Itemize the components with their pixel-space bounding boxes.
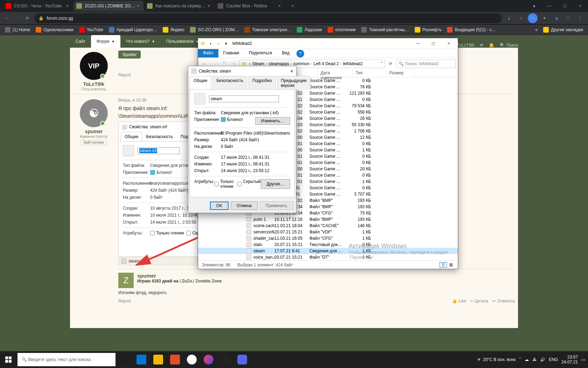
filename-input[interactable] bbox=[209, 95, 279, 102]
bookmark[interactable]: Яндекс bbox=[161, 26, 187, 34]
tab[interactable]: Общие bbox=[190, 76, 211, 90]
onedrive-icon[interactable]: ☁ bbox=[525, 357, 529, 362]
bookmarks-overflow[interactable]: » bbox=[533, 27, 540, 32]
bookmark[interactable]: Одноклассники bbox=[34, 26, 76, 34]
address-input[interactable]: 🔒 forum.zozo.gg bbox=[34, 13, 502, 23]
menu-icon[interactable]: ⋮ bbox=[575, 13, 585, 23]
apply-button[interactable]: Применить bbox=[260, 202, 293, 210]
back-icon[interactable]: ← bbox=[3, 13, 13, 23]
volume-icon[interactable]: 🔊 bbox=[540, 357, 545, 362]
hidden-checkbox[interactable] bbox=[237, 179, 242, 189]
tab-0[interactable]: CS:GO - Читы - YouTube× bbox=[3, 1, 73, 11]
task-view-icon[interactable]: ▢ bbox=[116, 351, 133, 368]
language-indicator[interactable]: ENG bbox=[549, 357, 558, 362]
minimize-icon[interactable]: — bbox=[542, 1, 557, 11]
view-details-icon[interactable]: ☰ bbox=[440, 262, 447, 268]
report-link[interactable]: Report bbox=[118, 299, 131, 304]
start-button[interactable] bbox=[0, 351, 17, 368]
nav-new[interactable]: Что нового?▼ bbox=[120, 35, 161, 48]
extensions-icon[interactable]: ✦ bbox=[540, 13, 550, 23]
other-bookmarks[interactable]: Другие закладки bbox=[541, 26, 585, 34]
report-link[interactable]: Report bbox=[118, 73, 131, 77]
ribbon-tab[interactable]: Поделиться bbox=[244, 49, 277, 57]
user-name[interactable]: ToLcT9Ik bbox=[73, 81, 115, 87]
ribbon-tab[interactable]: Вид bbox=[277, 49, 294, 57]
maximize-icon[interactable]: ◻ bbox=[557, 1, 573, 11]
nav-site[interactable]: Сайт bbox=[70, 35, 91, 48]
minimize-icon[interactable]: — bbox=[410, 39, 426, 48]
ext2-icon[interactable]: 🛡 bbox=[564, 13, 573, 23]
forward-icon[interactable]: → bbox=[13, 13, 22, 23]
taskbar-search[interactable]: 🔍 Введите здесь текст для поиска bbox=[18, 353, 115, 366]
account-icon[interactable]: ● bbox=[526, 1, 542, 11]
mail-icon[interactable]: ✉ bbox=[480, 43, 483, 48]
bookmark[interactable]: Аркадий Царегоро… bbox=[107, 26, 159, 34]
dialog-titlebar[interactable]: Свойства: steam × bbox=[188, 66, 296, 76]
file-row[interactable]: voice_ban.dt20.07.21 15:21Файл "DT"1 КБ bbox=[198, 254, 458, 260]
explorer-titlebar[interactable]: 📁 ▪ ▫ ▾ left4dead2 — ◻ × bbox=[198, 38, 458, 49]
qa-icon[interactable]: ▪ bbox=[207, 40, 214, 47]
profile-avatar[interactable]: АЦ bbox=[528, 13, 538, 23]
bookmark[interactable]: SO-ZO.ORG | ZOM… bbox=[188, 26, 241, 34]
col-size[interactable]: Размер bbox=[386, 70, 414, 77]
help-icon[interactable]: ? bbox=[296, 50, 304, 57]
notifications-icon[interactable]: ▭ bbox=[581, 357, 585, 362]
taskbar-app[interactable] bbox=[200, 351, 217, 368]
network-icon[interactable]: 🖧 bbox=[532, 357, 537, 362]
clock[interactable]: 23:5724.07.21 bbox=[561, 355, 578, 364]
taskbar-app[interactable] bbox=[183, 351, 200, 368]
install-icon[interactable]: ⤓ bbox=[504, 13, 514, 23]
ribbon-file[interactable]: Файл bbox=[198, 49, 218, 57]
search-icon[interactable]: 🔍 Поиск bbox=[500, 43, 518, 48]
bookmark[interactable]: YouTube bbox=[77, 26, 105, 34]
other-attrs-button[interactable]: Другие… bbox=[261, 179, 290, 189]
new-tab-button[interactable]: + bbox=[288, 1, 298, 11]
tab-2[interactable]: Как поиграть на серверах с вер…× bbox=[144, 1, 214, 11]
file-row[interactable]: serverconfig.vdf20.07.21 15:21Файл "VDF"… bbox=[198, 229, 458, 235]
ok-button[interactable]: OK bbox=[210, 202, 229, 210]
taskbar-app[interactable] bbox=[217, 351, 234, 368]
star-icon[interactable]: ☆ bbox=[516, 13, 526, 23]
file-row[interactable]: steam17.07.21 8:41Сведения для уст…1 КБ bbox=[198, 248, 458, 254]
view-large-icon[interactable]: ▦ bbox=[448, 262, 454, 268]
close-icon[interactable]: × bbox=[441, 39, 456, 48]
reply-button[interactable]: ↩ Ответить bbox=[492, 299, 515, 304]
tab[interactable]: Безопасность bbox=[212, 76, 247, 90]
file-row[interactable]: putin 110.11.17 11:16Файл "BMP"193 КБ bbox=[198, 216, 458, 223]
col-type[interactable]: Тип bbox=[353, 70, 386, 77]
nav-forum[interactable]: Форум▼ bbox=[91, 35, 120, 48]
col-date[interactable]: Дата изменения bbox=[318, 70, 353, 77]
chevron-down-icon[interactable]: ˅ bbox=[380, 61, 383, 66]
bookmark[interactable]: Томская электрон… bbox=[242, 26, 293, 34]
ext1-icon[interactable]: ◈ bbox=[552, 13, 561, 23]
close-icon[interactable]: × bbox=[65, 4, 70, 8]
taskbar-app[interactable] bbox=[150, 351, 167, 368]
tab[interactable]: Подробно bbox=[248, 76, 276, 90]
qa-icon[interactable]: ▫ bbox=[215, 40, 222, 47]
avatar[interactable]: VIP bbox=[80, 52, 108, 80]
cancel-button[interactable]: Отмена bbox=[231, 202, 258, 210]
tab-3[interactable]: Counter Blox - Roblox× bbox=[215, 1, 285, 11]
close-icon[interactable]: × bbox=[290, 68, 293, 74]
taskbar-app[interactable] bbox=[234, 351, 251, 368]
bookmark[interactable]: Роснефть bbox=[413, 26, 444, 34]
taskbar-app[interactable] bbox=[167, 351, 183, 368]
sig-name[interactable]: spumer bbox=[137, 273, 222, 279]
close-icon[interactable]: × bbox=[135, 4, 141, 8]
spoiler-button[interactable]: Spoiler bbox=[118, 50, 141, 59]
bookmark[interactable]: Ладошки bbox=[295, 26, 324, 34]
taskbar-app[interactable] bbox=[133, 351, 150, 368]
avatar[interactable]: ☯ bbox=[80, 99, 108, 127]
file-row[interactable]: shader_cache.cfg11.03.21 16:05Файл "CFG"… bbox=[198, 235, 458, 241]
tab[interactable]: Предыдущие версии bbox=[277, 76, 311, 90]
readonly-checkbox[interactable] bbox=[214, 179, 219, 189]
explorer-search[interactable]: 🔍 Поиск: left4dead2 bbox=[396, 60, 456, 68]
reload-icon[interactable]: ⟳ bbox=[22, 13, 32, 23]
weather-widget[interactable]: ☀20°C В осн. ясно bbox=[477, 357, 516, 362]
tab-1[interactable]: ZOZO.GG | ZOMBIE ZONE : Left …× bbox=[74, 1, 144, 11]
refresh-icon[interactable]: ⟳ bbox=[386, 60, 395, 68]
user-name[interactable]: spumer bbox=[73, 129, 115, 134]
qa-dropdown-icon[interactable]: ▾ bbox=[223, 40, 230, 47]
quote-button[interactable]: + Цитата bbox=[470, 299, 488, 304]
bookmark[interactable]: Входящие (522) - c… bbox=[445, 26, 498, 34]
